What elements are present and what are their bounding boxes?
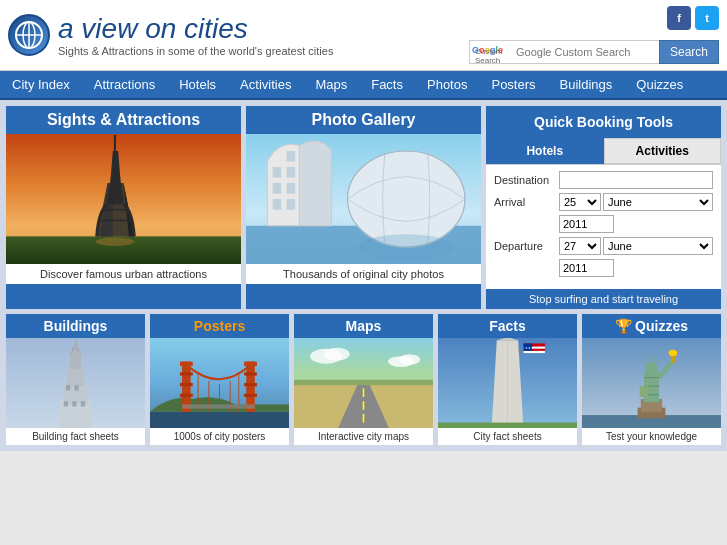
photos-image xyxy=(246,134,481,264)
maps-image xyxy=(294,338,433,428)
nav-activities[interactable]: Activities xyxy=(228,71,303,98)
tab-hotels[interactable]: Hotels xyxy=(486,138,604,164)
booking-form: Destination Arrival 25 June xyxy=(486,165,721,287)
svg-rect-22 xyxy=(273,199,282,210)
svg-rect-46 xyxy=(246,362,255,412)
quizzes-label: Quizzes xyxy=(635,318,688,334)
buildings-title: Buildings xyxy=(6,314,145,338)
departure-row: Departure 27 June xyxy=(494,237,713,255)
sights-title: Sights & Attractions xyxy=(6,106,241,134)
destination-row: Destination xyxy=(494,171,713,189)
nav-quizzes[interactable]: Quizzes xyxy=(624,71,695,98)
svg-rect-44 xyxy=(150,412,289,428)
nav-city-index[interactable]: City Index xyxy=(0,71,82,98)
posters-title: Posters xyxy=(150,314,289,338)
photos-caption: Thousands of original city photos xyxy=(246,264,481,284)
quizzes-title: 🏆 Quizzes xyxy=(582,314,721,338)
svg-point-69 xyxy=(324,348,350,361)
svg-rect-40 xyxy=(81,401,85,406)
nav-hotels[interactable]: Hotels xyxy=(167,71,228,98)
arrival-year-row xyxy=(494,215,713,233)
booking-footer: Stop surfing and start traveling xyxy=(486,289,721,309)
svg-rect-25 xyxy=(287,183,296,194)
logo-area: a view on cities Sights & Attractions in… xyxy=(8,13,333,57)
tab-activities[interactable]: Activities xyxy=(604,138,722,164)
sights-caption: Discover famous urban attractions xyxy=(6,264,241,284)
svg-rect-53 xyxy=(244,383,257,386)
departure-label: Departure xyxy=(494,240,559,252)
buildings-caption: Building fact sheets xyxy=(6,428,145,445)
main-nav: City Index Attractions Hotels Activities… xyxy=(0,71,727,100)
svg-rect-60 xyxy=(182,404,255,408)
nav-attractions[interactable]: Attractions xyxy=(82,71,167,98)
svg-rect-49 xyxy=(180,383,193,386)
svg-rect-54 xyxy=(244,394,257,397)
svg-point-17 xyxy=(96,237,134,246)
svg-rect-52 xyxy=(244,372,257,375)
departure-year-row xyxy=(494,259,713,277)
search-input-wrapper: Google Custom Search xyxy=(469,40,659,64)
facts-section: Facts xyxy=(438,314,577,445)
twitter-button[interactable]: t xyxy=(695,6,719,30)
search-input[interactable] xyxy=(469,40,659,64)
header-right: f t Google Custom Search Search xyxy=(469,6,719,64)
svg-text:★★★: ★★★ xyxy=(525,346,534,350)
sights-section: Sights & Attractions xyxy=(6,106,241,309)
facebook-button[interactable]: f xyxy=(667,6,691,30)
bottom-row: Buildings xyxy=(6,314,721,445)
svg-point-91 xyxy=(669,350,678,356)
svg-rect-41 xyxy=(66,385,70,390)
main-content: Sights & Attractions xyxy=(0,100,727,451)
departure-month-select[interactable]: June xyxy=(603,237,713,255)
departure-day-select[interactable]: 27 xyxy=(559,237,601,255)
photos-title: Photo Gallery xyxy=(246,106,481,134)
site-name: a view on cities xyxy=(58,13,333,45)
destination-input[interactable] xyxy=(559,171,713,189)
departure-year-input[interactable] xyxy=(559,259,614,277)
photos-section: Photo Gallery xyxy=(246,106,481,309)
logo-icon xyxy=(8,14,50,56)
nav-facts[interactable]: Facts xyxy=(359,71,415,98)
trophy-icon: 🏆 xyxy=(615,318,632,334)
svg-rect-26 xyxy=(287,199,296,210)
svg-rect-80 xyxy=(524,351,545,353)
svg-rect-34 xyxy=(70,354,81,369)
quizzes-caption: Test your knowledge xyxy=(582,428,721,445)
svg-rect-33 xyxy=(67,367,84,386)
quizzes-image xyxy=(582,338,721,428)
sights-image xyxy=(6,134,241,264)
svg-rect-21 xyxy=(273,183,282,194)
facts-title: Facts xyxy=(438,314,577,338)
svg-rect-50 xyxy=(180,394,193,397)
maps-title: Maps xyxy=(294,314,433,338)
svg-rect-39 xyxy=(72,401,76,406)
arrival-day-select[interactable]: 25 xyxy=(559,193,601,211)
facts-caption: City fact sheets xyxy=(438,428,577,445)
svg-rect-20 xyxy=(273,167,282,178)
social-icons: f t xyxy=(667,6,719,30)
arrival-month-select[interactable]: June xyxy=(603,193,713,211)
arrival-row: Arrival 25 June xyxy=(494,193,713,211)
svg-point-71 xyxy=(399,354,420,365)
top-row: Sights & Attractions xyxy=(6,106,721,309)
facts-image: ★★★ xyxy=(438,338,577,428)
svg-rect-42 xyxy=(74,385,78,390)
booking-title: Quick Booking Tools xyxy=(486,106,721,138)
site-tagline: Sights & Attractions in some of the worl… xyxy=(58,45,333,57)
svg-rect-83 xyxy=(438,423,577,428)
nav-photos[interactable]: Photos xyxy=(415,71,479,98)
svg-rect-24 xyxy=(287,167,296,178)
svg-rect-48 xyxy=(180,372,193,375)
logo-text: a view on cities Sights & Attractions in… xyxy=(58,13,333,57)
svg-rect-45 xyxy=(182,362,191,412)
buildings-section: Buildings xyxy=(6,314,145,445)
arrival-year-input[interactable] xyxy=(559,215,614,233)
posters-section: Posters xyxy=(150,314,289,445)
nav-posters[interactable]: Posters xyxy=(479,71,547,98)
nav-maps[interactable]: Maps xyxy=(303,71,359,98)
maps-section: Maps xyxy=(294,314,433,445)
search-button[interactable]: Search xyxy=(659,40,719,64)
svg-rect-67 xyxy=(294,380,433,385)
nav-buildings[interactable]: Buildings xyxy=(548,71,625,98)
search-bar: Google Custom Search Search xyxy=(469,40,719,64)
